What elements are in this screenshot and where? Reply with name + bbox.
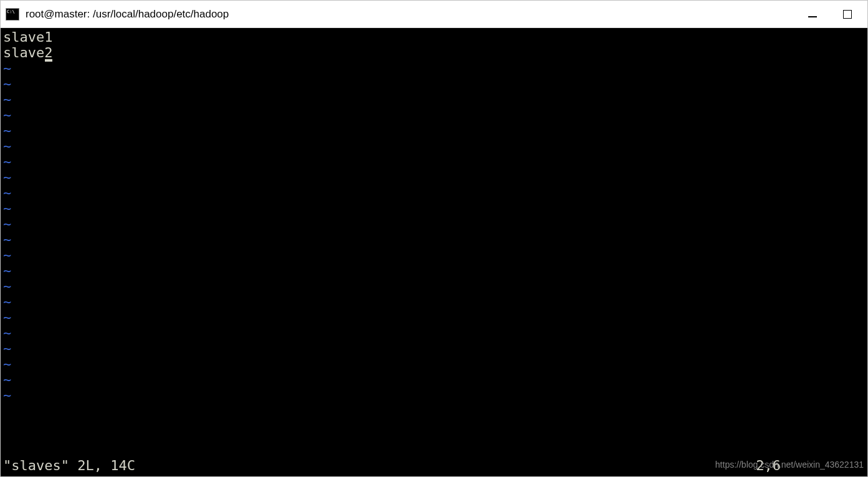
- empty-line-tilde: ~: [3, 92, 865, 107]
- empty-line-tilde: ~: [3, 294, 865, 309]
- empty-line-tilde: ~: [3, 138, 865, 154]
- maximize-button[interactable]: [841, 8, 854, 21]
- terminal-app-icon: [6, 8, 19, 21]
- empty-line-tilde: ~: [3, 325, 865, 341]
- empty-line-tilde: ~: [3, 107, 865, 123]
- empty-line-tilde: ~: [3, 154, 865, 169]
- editor-line-2-text: slave2: [3, 45, 52, 60]
- empty-line-tilde: ~: [3, 76, 865, 92]
- cursor: [45, 59, 52, 62]
- minimize-button[interactable]: [806, 8, 819, 21]
- empty-lines: ~~~~~~~~~~~~~~~~~~~~~~: [3, 60, 865, 403]
- empty-line-tilde: ~: [3, 201, 865, 216]
- editor-line-2: slave2: [3, 45, 865, 60]
- file-info: "slaves" 2L, 14C: [3, 458, 135, 473]
- title-bar[interactable]: root@master: /usr/local/hadoop/etc/hadoo…: [1, 1, 867, 28]
- empty-line-tilde: ~: [3, 372, 865, 387]
- terminal-area[interactable]: slave1 slave2 ~~~~~~~~~~~~~~~~~~~~~~ "sl…: [1, 28, 867, 476]
- empty-line-tilde: ~: [3, 185, 865, 201]
- empty-line-tilde: ~: [3, 309, 865, 325]
- empty-line-tilde: ~: [3, 278, 865, 294]
- terminal-window: root@master: /usr/local/hadoop/etc/hadoo…: [0, 0, 868, 477]
- window-title: root@master: /usr/local/hadoop/etc/hadoo…: [26, 8, 229, 21]
- empty-line-tilde: ~: [3, 341, 865, 356]
- watermark-text: https://blog.csdn.net/weixin_43622131: [715, 457, 864, 473]
- title-bar-left: root@master: /usr/local/hadoop/etc/hadoo…: [6, 8, 806, 21]
- empty-line-tilde: ~: [3, 60, 865, 76]
- window-controls: [806, 8, 862, 21]
- empty-line-tilde: ~: [3, 356, 865, 372]
- minimize-icon: [808, 16, 817, 17]
- empty-line-tilde: ~: [3, 263, 865, 278]
- empty-line-tilde: ~: [3, 123, 865, 138]
- empty-line-tilde: ~: [3, 232, 865, 247]
- maximize-icon: [843, 10, 852, 19]
- empty-line-tilde: ~: [3, 169, 865, 185]
- editor-line-1: slave1: [3, 29, 865, 45]
- empty-line-tilde: ~: [3, 387, 865, 403]
- empty-line-tilde: ~: [3, 216, 865, 232]
- empty-line-tilde: ~: [3, 247, 865, 263]
